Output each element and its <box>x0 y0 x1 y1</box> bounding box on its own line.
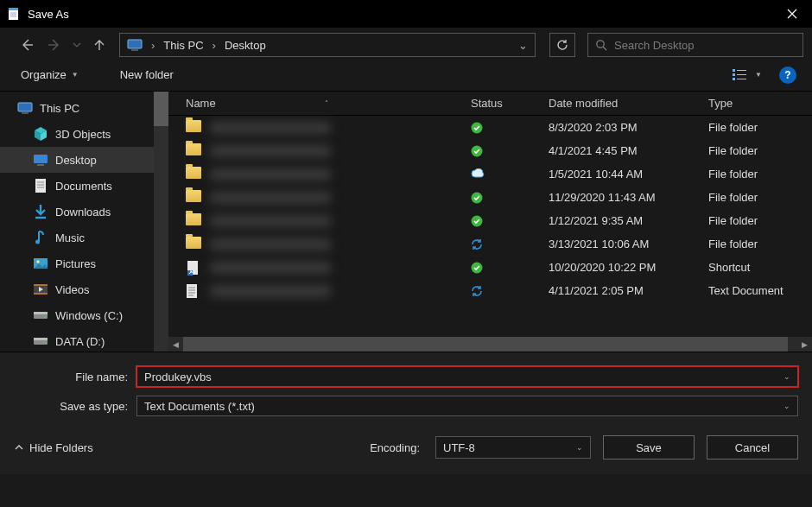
doc-icon <box>33 178 48 193</box>
new-folder-label: New folder <box>120 68 174 81</box>
status-cloud-icon <box>471 168 483 181</box>
tree-item-documents[interactable]: Documents <box>0 173 168 199</box>
refresh-button[interactable] <box>549 33 575 57</box>
tree-item-label: Downloads <box>55 206 111 219</box>
tree-scrollbar[interactable] <box>154 92 168 352</box>
status-ok-icon <box>471 192 483 204</box>
status-ok-icon <box>471 262 483 274</box>
file-name-redacted <box>210 168 331 181</box>
filename-label: File name: <box>14 371 136 383</box>
search-input[interactable] <box>614 39 796 52</box>
drive-icon <box>33 307 48 323</box>
cube-icon <box>33 126 48 142</box>
view-options-button[interactable]: ▼ <box>727 65 767 86</box>
column-name[interactable]: Name˄ <box>181 97 466 110</box>
tree-item-music[interactable]: Music <box>0 225 168 250</box>
svg-rect-31 <box>34 312 48 314</box>
file-row[interactable]: 1/5/2021 10:44 AMFile folder <box>168 162 812 186</box>
breadcrumb-leaf[interactable]: Desktop <box>218 34 273 56</box>
tree-item-3d-objects[interactable]: 3D Objects <box>0 121 168 147</box>
main-pane: This PC3D ObjectsDesktopDocumentsDownloa… <box>0 92 812 352</box>
tree-item-label: Desktop <box>55 154 97 167</box>
chevron-down-icon: ▼ <box>72 71 79 79</box>
close-button[interactable] <box>772 0 812 28</box>
music-icon <box>33 230 48 245</box>
column-status[interactable]: Status <box>466 97 543 110</box>
chevron-down-icon[interactable]: ⌄ <box>783 372 790 381</box>
tree-item-desktop[interactable]: Desktop <box>0 147 168 173</box>
file-type: File folder <box>703 144 812 157</box>
tree-item-pictures[interactable]: Pictures <box>0 250 168 276</box>
file-row[interactable]: 4/11/2021 2:05 PMText Document <box>168 279 812 302</box>
folder-icon <box>186 120 201 136</box>
chevron-down-icon[interactable]: ⌄ <box>783 402 790 410</box>
file-type: File folder <box>703 121 812 134</box>
file-type: Text Document <box>703 284 812 297</box>
tree-item-videos[interactable]: Videos <box>0 276 168 302</box>
svg-rect-29 <box>34 293 48 295</box>
download-icon <box>33 204 48 219</box>
saveastype-select[interactable]: Text Documents (*.txt) ⌄ <box>136 396 798 416</box>
tree-item-data-d-[interactable]: DATA (D:) <box>0 328 168 352</box>
footer: Hide Folders Encoding: UTF-8 ⌄ Save Canc… <box>0 421 812 474</box>
search-box[interactable] <box>587 33 803 57</box>
folder-icon <box>186 213 201 229</box>
tree-root[interactable]: This PC <box>0 95 168 121</box>
address-dropdown-icon[interactable]: ⌄ <box>511 39 535 52</box>
encoding-value: UTF-8 <box>443 441 475 454</box>
file-name-redacted <box>210 238 331 250</box>
file-type: Shortcut <box>703 261 812 274</box>
column-type[interactable]: Type <box>703 97 812 110</box>
tree-scrollbar-thumb[interactable] <box>154 92 168 126</box>
file-row[interactable]: 4/1/2021 4:45 PMFile folder <box>168 139 812 162</box>
breadcrumb-root[interactable]: This PC <box>156 34 210 56</box>
scrollbar-track[interactable] <box>183 337 797 352</box>
scroll-left-button[interactable]: ◀ <box>168 337 183 352</box>
recent-locations-dropdown[interactable] <box>71 34 83 56</box>
file-list: Name˄ Status Date modified Type 8/3/2020… <box>168 92 812 352</box>
pc-icon <box>17 100 33 116</box>
file-row[interactable]: 1/12/2021 9:35 AMFile folder <box>168 209 812 232</box>
file-row[interactable]: 11/29/2020 11:43 AMFile folder <box>168 186 812 209</box>
new-folder-button[interactable]: New folder <box>115 65 179 85</box>
filename-input[interactable]: Produkey.vbs ⌄ <box>136 366 798 387</box>
svg-rect-1 <box>9 8 18 10</box>
tree-item-label: 3D Objects <box>55 128 111 141</box>
save-button[interactable]: Save <box>603 435 695 459</box>
nav-row: › This PC › Desktop ⌄ <box>0 28 812 59</box>
file-row[interactable]: 10/20/2020 10:22 PMShortcut <box>168 256 812 279</box>
scroll-right-button[interactable]: ▶ <box>797 337 812 352</box>
file-date: 8/3/2020 2:03 PM <box>543 121 703 134</box>
cancel-label: Cancel <box>735 441 770 454</box>
up-button[interactable] <box>88 34 111 56</box>
hide-folders-button[interactable]: Hide Folders <box>14 441 93 454</box>
organize-button[interactable]: Organize▼ <box>16 65 84 85</box>
back-button[interactable] <box>16 34 38 56</box>
search-icon <box>595 39 607 51</box>
scrollbar-thumb[interactable] <box>183 337 788 352</box>
chevron-down-icon[interactable]: ⌄ <box>576 443 583 452</box>
tree-root-label: This PC <box>40 102 79 115</box>
address-bar[interactable]: › This PC › Desktop ⌄ <box>119 33 536 57</box>
file-row[interactable]: 3/13/2021 10:06 AMFile folder <box>168 232 812 256</box>
pc-icon <box>120 34 149 56</box>
form-area: File name: Produkey.vbs ⌄ Save as type: … <box>0 352 812 421</box>
tree-item-label: DATA (D:) <box>55 335 105 348</box>
cancel-button[interactable]: Cancel <box>707 435 798 459</box>
svg-rect-19 <box>35 179 46 193</box>
encoding-select[interactable]: UTF-8 ⌄ <box>435 436 591 459</box>
svg-point-35 <box>44 342 46 344</box>
file-date: 3/13/2021 10:06 AM <box>543 238 703 250</box>
svg-rect-34 <box>34 338 48 340</box>
tree-item-downloads[interactable]: Downloads <box>0 199 168 225</box>
horizontal-scrollbar[interactable]: ◀ ▶ <box>168 337 812 352</box>
column-date[interactable]: Date modified <box>543 97 703 110</box>
file-name-redacted <box>210 192 331 204</box>
svg-rect-9 <box>733 69 735 72</box>
file-row[interactable]: 8/3/2020 2:03 PMFile folder <box>168 116 812 139</box>
desktop-icon <box>33 152 48 168</box>
pictures-icon <box>33 256 48 271</box>
help-button[interactable]: ? <box>779 67 796 84</box>
forward-button[interactable] <box>43 34 66 56</box>
tree-item-windows-c-[interactable]: Windows (C:) <box>0 302 168 328</box>
